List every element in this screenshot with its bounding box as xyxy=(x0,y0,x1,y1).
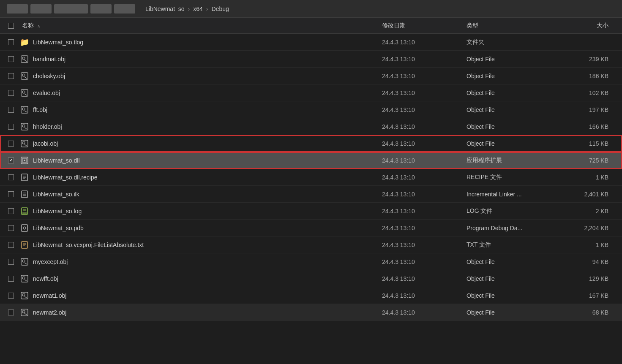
svg-line-8 xyxy=(25,94,27,95)
file-name[interactable]: LibNewmat_so.log xyxy=(33,208,382,215)
col-header-name[interactable]: 名称 ∧ xyxy=(19,22,382,30)
row-checkbox[interactable] xyxy=(3,310,19,315)
breadcrumb-sep1: › xyxy=(188,5,190,12)
row-checkbox[interactable] xyxy=(3,73,19,79)
svg-point-43 xyxy=(22,277,25,279)
log-icon xyxy=(20,207,29,215)
file-date: 24.4.3 13:10 xyxy=(382,157,466,164)
file-size: 167 KB xyxy=(568,292,619,299)
pdb-icon xyxy=(20,224,29,232)
file-type: 文件夹 xyxy=(466,38,568,46)
row-checkbox[interactable] xyxy=(3,174,19,180)
file-size: 115 KB xyxy=(568,140,619,147)
file-name[interactable]: newmat1.obj xyxy=(33,292,382,299)
file-name[interactable]: LibNewmat_so.tlog xyxy=(33,39,382,46)
table-row[interactable]: jacobi.obj24.4.3 13:10Object File115 KB xyxy=(0,135,622,152)
file-name[interactable]: jacobi.obj xyxy=(33,140,382,147)
file-icon xyxy=(19,291,30,300)
svg-line-50 xyxy=(25,313,27,315)
row-checkbox[interactable] xyxy=(3,208,19,214)
file-rows[interactable]: 📁LibNewmat_so.tlog24.4.3 13:10文件夹 bandma… xyxy=(0,34,622,364)
row-checkbox[interactable] xyxy=(3,90,19,96)
breadcrumb-segment3[interactable]: Debug xyxy=(212,5,229,12)
file-size: 197 KB xyxy=(568,106,619,113)
table-row[interactable]: bandmat.obj24.4.3 13:10Object File239 KB xyxy=(0,51,622,68)
table-row[interactable]: LibNewmat_so.log24.4.3 13:10LOG 文件2 KB xyxy=(0,203,622,220)
table-row[interactable]: ✓ LibNewmat_so.dll24.4.3 13:10应用程序扩展725 … xyxy=(0,152,622,169)
txt-icon xyxy=(20,241,29,249)
file-name[interactable]: newfft.obj xyxy=(33,275,382,282)
col-header-type[interactable]: 类型 xyxy=(466,22,568,30)
row-checkbox[interactable]: ✓ xyxy=(3,158,19,163)
row-checkbox[interactable] xyxy=(3,225,19,231)
file-name[interactable]: hholder.obj xyxy=(33,123,382,130)
row-checkbox[interactable] xyxy=(3,191,19,197)
table-row[interactable]: LibNewmat_so.vcxproj.FileListAbsolute.tx… xyxy=(0,236,622,253)
obj-icon xyxy=(20,274,29,283)
row-checkbox[interactable] xyxy=(3,293,19,299)
table-row[interactable]: myexcept.obj24.4.3 13:10Object File94 KB xyxy=(0,253,622,270)
col-header-size[interactable]: 大小 xyxy=(568,22,619,30)
table-row[interactable]: LibNewmat_so.dll.recipe24.4.3 13:10RECIP… xyxy=(0,169,622,186)
row-checkbox[interactable] xyxy=(3,107,19,113)
file-name[interactable]: myexcept.obj xyxy=(33,258,382,265)
file-name[interactable]: evalue.obj xyxy=(33,90,382,96)
file-size: 2 KB xyxy=(568,208,619,215)
file-name[interactable]: LibNewmat_so.dll.recipe xyxy=(33,174,382,181)
file-name[interactable]: newmat2.obj xyxy=(33,309,382,316)
obj-icon xyxy=(20,122,29,131)
file-icon xyxy=(19,55,30,63)
table-row[interactable]: evalue.obj24.4.3 13:10Object File102 KB xyxy=(0,84,622,101)
file-date: 24.4.3 13:10 xyxy=(382,208,466,215)
file-name[interactable]: LibNewmat_so.pdb xyxy=(33,225,382,231)
row-checkbox[interactable] xyxy=(3,141,19,147)
file-date: 24.4.3 13:10 xyxy=(382,56,466,62)
table-row[interactable]: LibNewmat_so.ilk24.4.3 13:10Incremental … xyxy=(0,186,622,203)
file-name[interactable]: LibNewmat_so.dll xyxy=(33,157,382,164)
svg-point-7 xyxy=(22,91,25,93)
dll-icon xyxy=(20,156,29,165)
file-date: 24.4.3 13:10 xyxy=(382,191,466,198)
file-name[interactable]: LibNewmat_so.vcxproj.FileListAbsolute.tx… xyxy=(33,242,382,248)
row-checkbox[interactable] xyxy=(3,242,19,248)
file-icon xyxy=(19,139,30,148)
row-checkbox[interactable] xyxy=(3,39,19,45)
row-checkbox[interactable] xyxy=(3,276,19,282)
file-type: Object File xyxy=(466,258,568,265)
file-icon xyxy=(19,190,30,198)
main-container: 名称 ∧ 修改日期 类型 大小 📁LibNewmat_so.tlog24.4.3… xyxy=(0,18,622,364)
file-type: Object File xyxy=(466,90,568,96)
file-name[interactable]: LibNewmat_so.ilk xyxy=(33,191,382,198)
file-type: Object File xyxy=(466,123,568,130)
file-type: Object File xyxy=(466,292,568,299)
breadcrumb-segment2[interactable]: x64 xyxy=(193,5,203,12)
table-row[interactable]: newmat2.obj24.4.3 13:10Object File68 KB xyxy=(0,304,622,321)
breadcrumb-segment1[interactable]: LibNewmat_so xyxy=(145,5,185,12)
titlebar-controls xyxy=(7,4,135,14)
ilk-icon xyxy=(20,190,29,198)
table-row[interactable]: newmat1.obj24.4.3 13:10Object File167 KB xyxy=(0,287,622,304)
file-size: 186 KB xyxy=(568,73,619,79)
file-type: LOG 文件 xyxy=(466,207,568,215)
row-checkbox[interactable] xyxy=(3,259,19,265)
file-size: 725 KB xyxy=(568,157,619,164)
file-name[interactable]: cholesky.obj xyxy=(33,73,382,79)
table-row[interactable]: fft.obj24.4.3 13:10Object File197 KB xyxy=(0,101,622,118)
file-date: 24.4.3 13:10 xyxy=(382,242,466,248)
table-row[interactable]: cholesky.obj24.4.3 13:10Object File186 K… xyxy=(0,68,622,84)
table-row[interactable]: LibNewmat_so.pdb24.4.3 13:10Program Debu… xyxy=(0,220,622,236)
svg-line-44 xyxy=(25,280,27,281)
file-name[interactable]: bandmat.obj xyxy=(33,56,382,62)
svg-point-34 xyxy=(23,227,26,229)
table-row[interactable]: hholder.obj24.4.3 13:10Object File166 KB xyxy=(0,118,622,135)
file-date: 24.4.3 13:10 xyxy=(382,140,466,147)
col-header-date[interactable]: 修改日期 xyxy=(382,22,466,30)
row-checkbox[interactable] xyxy=(3,56,19,62)
column-header: 名称 ∧ 修改日期 类型 大小 xyxy=(0,18,622,34)
table-row[interactable]: 📁LibNewmat_so.tlog24.4.3 13:10文件夹 xyxy=(0,34,622,51)
obj-icon xyxy=(20,139,29,148)
row-checkbox[interactable] xyxy=(3,124,19,130)
table-row[interactable]: newfft.obj24.4.3 13:10Object File129 KB xyxy=(0,270,622,287)
file-name[interactable]: fft.obj xyxy=(33,106,382,113)
svg-line-47 xyxy=(25,296,27,298)
